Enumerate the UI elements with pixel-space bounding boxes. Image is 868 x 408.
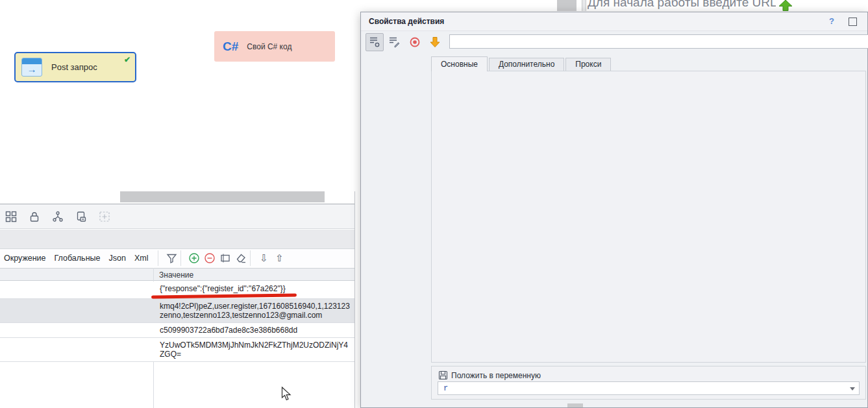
variable-row[interactable]: c5099903722a6bd7ade8c3e386b668dd bbox=[0, 323, 354, 338]
variable-select[interactable]: r bbox=[438, 381, 860, 395]
move-up-icon[interactable]: ⇧ bbox=[271, 250, 287, 266]
variables-tab[interactable]: Xml bbox=[134, 254, 149, 263]
dialog-tab-bar: ОсновныеДополнительноПрокси bbox=[431, 56, 612, 71]
remove-variable-icon[interactable] bbox=[202, 250, 217, 266]
variable-name-cell bbox=[0, 282, 154, 298]
variables-tab-bar: ОкружениеГлобальныеJsonXml bbox=[0, 248, 354, 267]
variables-tab[interactable]: Окружение bbox=[4, 254, 46, 263]
dialog-toolbar bbox=[361, 30, 867, 53]
add-variable-icon[interactable] bbox=[186, 250, 202, 266]
action-block-label: Post запрос bbox=[51, 62, 97, 72]
screen: { "canvas": { "post_block": {"label": "P… bbox=[0, 0, 868, 408]
variable-label: Положить в переменную bbox=[451, 371, 541, 380]
variable-row[interactable]: YzUwOTk5MDM3MjJhNmJkN2FkZThjM2UzODZiNjY4… bbox=[0, 338, 354, 362]
variable-value-cell: c5099903722a6bd7ade8c3e386b668dd bbox=[154, 323, 354, 337]
add-placeholder-icon[interactable] bbox=[97, 209, 112, 224]
variable-label-row: Положить в переменную bbox=[438, 370, 541, 380]
action-block-csharp-code[interactable]: C# Свой C# код bbox=[214, 31, 335, 62]
divider bbox=[180, 250, 181, 266]
grid-view-icon[interactable] bbox=[3, 209, 19, 224]
edit-code-button[interactable] bbox=[385, 33, 403, 51]
lock-icon[interactable] bbox=[27, 209, 42, 224]
properties-view-button[interactable] bbox=[366, 33, 384, 51]
variable-value-cell: YzUwOTk5MDM3MjJhNmJkN2FkZThjM2UzODZiNjY4… bbox=[154, 338, 354, 361]
variables-toolbar bbox=[0, 204, 354, 229]
dialog-titlebar[interactable]: Свойства действия ? bbox=[361, 12, 867, 31]
variable-name-cell bbox=[0, 338, 154, 361]
background-scrollbar-thumb[interactable] bbox=[557, 0, 577, 11]
csharp-icon: C# bbox=[223, 40, 238, 54]
help-button[interactable]: ? bbox=[827, 16, 836, 26]
tab-Дополнительно[interactable]: Дополнительно bbox=[489, 58, 564, 71]
table-header: Значение bbox=[0, 268, 354, 281]
action-comment-input[interactable] bbox=[449, 34, 868, 49]
divider bbox=[250, 250, 251, 266]
variable-name-cell bbox=[0, 323, 154, 337]
variable-row[interactable]: {"response":{"register_id":"67a262"}} bbox=[0, 282, 354, 299]
dialog-bottom-scrollbar-thumb[interactable] bbox=[567, 403, 583, 407]
action-block-post-request[interactable]: → Post запрос ✔ bbox=[14, 52, 136, 82]
variables-panel: ОкружениеГлобальныеJsonXml bbox=[0, 191, 355, 408]
panel-gap bbox=[0, 230, 354, 248]
insert-down-arrow-button[interactable] bbox=[426, 33, 444, 51]
tab-Основные[interactable]: Основные bbox=[431, 56, 488, 71]
start-hint-wrap: Для начала работы введите URL bbox=[586, 0, 776, 12]
move-down-icon[interactable]: ⇩ bbox=[256, 250, 271, 266]
variables-tab[interactable]: Глобальные bbox=[55, 254, 101, 263]
divider bbox=[158, 250, 158, 266]
rename-icon[interactable] bbox=[217, 250, 233, 266]
card-icon[interactable] bbox=[73, 209, 89, 224]
filter-icon[interactable] bbox=[164, 250, 179, 266]
dialog-title: Свойства действия bbox=[369, 17, 444, 26]
post-request-icon: → bbox=[21, 58, 42, 77]
main-tab-panel bbox=[431, 71, 866, 363]
variable-value-cell: kmq4!2cPl)peZ,user.register,167160851694… bbox=[154, 299, 354, 322]
background-scrollbar-track bbox=[582, 0, 586, 11]
mouse-cursor bbox=[281, 387, 291, 404]
eraser-icon[interactable] bbox=[233, 250, 249, 266]
maximize-button[interactable] bbox=[849, 18, 857, 26]
variable-value: r bbox=[443, 384, 448, 393]
save-icon bbox=[438, 370, 448, 380]
action-properties-dialog: Свойства действия ? bbox=[360, 12, 868, 408]
chevron-down-icon bbox=[850, 387, 855, 390]
hierarchy-icon[interactable] bbox=[50, 209, 66, 224]
variable-groupbox: Положить в переменную r bbox=[431, 366, 866, 400]
horizontal-scrollbar-thumb[interactable] bbox=[120, 191, 325, 202]
variable-name-cell bbox=[0, 299, 154, 322]
action-block-label: Свой C# код bbox=[247, 42, 291, 51]
record-button[interactable] bbox=[406, 33, 424, 51]
variables-tab[interactable]: Json bbox=[108, 254, 125, 263]
tab-Прокси[interactable]: Прокси bbox=[565, 58, 611, 71]
success-check-icon: ✔ bbox=[124, 55, 130, 64]
variable-row[interactable]: kmq4!2cPl)peZ,user.register,167160851694… bbox=[0, 299, 354, 323]
value-column-header: Значение bbox=[159, 270, 193, 280]
variables-table: {"response":{"register_id":"67a262"}}kmq… bbox=[0, 282, 354, 362]
start-hint-text: Для начала работы введите URL bbox=[588, 0, 776, 10]
